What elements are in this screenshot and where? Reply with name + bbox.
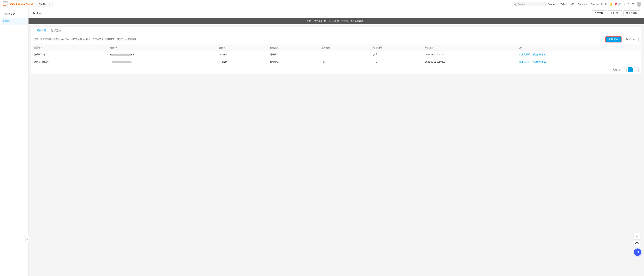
announcement-text: 公告：2021年3月18日起，人机验证产品统一更名为验证码。 xyxy=(307,20,366,22)
float-edit-btn[interactable]: ✏ xyxy=(634,233,640,239)
row2-custom-style-link[interactable]: 自定义样式 xyxy=(519,61,530,63)
row2-biz-type: PC xyxy=(319,58,371,66)
float-apps-btn[interactable]: ⊞ xyxy=(634,248,641,256)
workbench-label: Workbench xyxy=(39,3,50,5)
row1-custom-style-link[interactable]: 自定义样式 xyxy=(519,53,530,56)
add-config-button[interactable]: 新增配置 xyxy=(606,37,622,43)
nav-icon-group: ⊞ ✉ 🔔 1 🛒 ♡ ? xyxy=(600,3,630,6)
row2-config-name: 测试智能验证码 xyxy=(31,58,107,66)
row1-actions: 自定义样式 系统代码集成 xyxy=(516,51,641,58)
svg-rect-0 xyxy=(10,3,15,5)
tab-bar: 配置管理 数据监控 xyxy=(31,27,641,35)
nav-expenses[interactable]: Expenses xyxy=(548,3,557,5)
apps-icon: ⊞ xyxy=(636,250,639,254)
sidebar-menu: 验证码 xyxy=(0,18,28,25)
edit-icon: ✏ xyxy=(636,234,638,238)
row1-appkey-prefix: F xyxy=(110,53,111,56)
main-content: 验证码 产品功能 服务停用 购买资源包 公告：2021年3月18日起，人机验证产… xyxy=(28,9,644,276)
svg-point-3 xyxy=(638,3,640,5)
mail-icon[interactable]: ✉ xyxy=(605,3,607,6)
language-selector[interactable]: EN xyxy=(632,3,634,5)
col-appkey: appkey xyxy=(107,45,216,51)
row2-last-updated: 2022-06-21 00:44:08 xyxy=(422,58,516,66)
top-navigation: Alibaba Cloud ⌂ Workbench 🔍 Expenses Tic… xyxy=(0,0,644,9)
row1-config-name: 测试验证码 xyxy=(31,51,107,58)
pagination-prev[interactable]: ‹ xyxy=(622,67,626,72)
col-scene: scene xyxy=(216,45,267,51)
nav-links: Expenses Tickets ICP Enterprise Support xyxy=(548,3,598,5)
config-doc-button[interactable]: 配置文档 xyxy=(623,37,639,42)
col-actions: 操作 xyxy=(516,45,641,51)
row1-verify-method: 滑动验证 xyxy=(267,51,319,58)
svg-point-4 xyxy=(637,5,641,7)
nav-enterprise[interactable]: Enterprise xyxy=(578,3,588,5)
col-verify-method: 验证方式 xyxy=(267,45,319,51)
pagination-page-1[interactable]: 1 xyxy=(628,67,632,72)
breadcrumb-text: 云盾●验证码 xyxy=(3,13,15,15)
cart-icon[interactable]: 🛒 xyxy=(618,3,621,6)
sidebar-item-captcha[interactable]: 验证码 xyxy=(0,18,28,25)
col-biz-type: 业务类型 xyxy=(319,45,371,51)
page-title: 验证码 xyxy=(32,11,42,15)
chat-icon: 💬 xyxy=(635,242,639,245)
col-use-scene: 使用场景 xyxy=(371,45,422,51)
row2-appkey-prefix: FF xyxy=(110,61,112,63)
row2-verify-method: 智能验证 xyxy=(267,58,319,66)
announcement-bar: 公告：2021年3月18日起，人机验证产品统一更名为验证码。 xyxy=(28,18,644,24)
content-area: 配置管理 数据监控 提示：配置管理目前暂无法支持删除，若不再使用该条配置，代码中… xyxy=(31,27,641,74)
page-header: 验证码 产品功能 服务停用 购买资源包 xyxy=(28,9,644,18)
sidebar-breadcrumb: 云盾●验证码 xyxy=(0,11,28,18)
row1-appkey: F████████████BB xyxy=(107,51,216,58)
heart-icon[interactable]: ♡ xyxy=(624,3,626,6)
svg-rect-2 xyxy=(13,4,14,4)
home-icon: ⌂ xyxy=(37,3,38,6)
bell-icon[interactable]: 🔔 1 xyxy=(610,3,616,6)
row2-appkey: FF████████████B xyxy=(107,58,216,66)
user-avatar[interactable] xyxy=(636,2,641,7)
help-icon[interactable]: ? xyxy=(628,3,630,6)
workbench-tab[interactable]: ⌂ Workbench xyxy=(35,2,52,7)
row1-last-updated: 2022-06-20 23:47:37 xyxy=(422,51,516,58)
nav-support[interactable]: Support xyxy=(591,3,599,5)
sidebar: 云盾●验证码 验证码 ≡ xyxy=(0,9,28,276)
tab-data-monitoring[interactable]: 数据监控 xyxy=(49,27,64,35)
pagination-total: 共有2条 xyxy=(613,68,620,71)
tab-config-management[interactable]: 配置管理 xyxy=(34,27,49,35)
row2-scene: ic_other xyxy=(216,58,267,66)
search-input[interactable] xyxy=(518,3,541,5)
service-stop-button[interactable]: 服务停用 xyxy=(608,11,622,16)
header-actions: 产品功能 服务停用 购买资源包 xyxy=(592,11,640,16)
float-chat-btn[interactable]: 💬 xyxy=(634,241,640,247)
row1-code-integration-link[interactable]: 系统代码集成 xyxy=(533,53,546,56)
toolbar-hint: 提示：配置管理目前暂无法支持删除，若不再使用该条配置，代码中不进行调用即可，不影… xyxy=(34,38,138,41)
nav-tickets[interactable]: Tickets xyxy=(560,3,567,5)
row1-use-scene: 其它 xyxy=(371,51,422,58)
grid-icon[interactable]: ⊞ xyxy=(600,3,603,6)
buy-resources-button[interactable]: 购买资源包 xyxy=(623,11,640,16)
row2-actions: 自定义样式 系统代码集成 xyxy=(516,58,641,66)
float-actions: ✏ 💬 ⊞ xyxy=(634,233,641,256)
pagination: 共有2条 ‹ 1 › xyxy=(31,65,641,74)
sidebar-collapse-btn[interactable]: ≡ xyxy=(26,236,29,242)
table-header-row: 配置名称 appkey scene 验证方式 业务类型 使用场景 最后更新 操作 xyxy=(31,45,641,51)
row2-appkey-redacted: ████████████ xyxy=(112,61,131,63)
logo-text: Alibaba Cloud xyxy=(16,3,33,6)
config-table: 配置名称 appkey scene 验证方式 业务类型 使用场景 最后更新 操作… xyxy=(31,45,641,65)
toolbar-actions: 新增配置 配置文档 xyxy=(606,37,639,43)
nav-icp[interactable]: ICP xyxy=(571,3,574,5)
row2-code-integration-link[interactable]: 系统代码集成 xyxy=(533,61,546,63)
alibaba-cloud-logo: Alibaba Cloud xyxy=(10,2,33,7)
hamburger-menu[interactable] xyxy=(3,2,8,7)
row2-use-scene: 其它 xyxy=(371,58,422,66)
pagination-next[interactable]: › xyxy=(634,67,639,72)
col-last-updated: 最后更新 xyxy=(422,45,516,51)
row1-appkey-suffix: BB xyxy=(131,53,134,56)
collapse-icon: ≡ xyxy=(26,238,28,240)
notification-badge: 1 xyxy=(615,3,617,5)
product-features-button[interactable]: 产品功能 xyxy=(592,11,606,16)
table-row: 测试智能验证码 FF████████████B ic_other 智能验证 PC… xyxy=(31,58,641,66)
col-config-name: 配置名称 xyxy=(31,45,107,51)
table-row: 测试验证码 F████████████BB nc_other 滑动验证 PC 其… xyxy=(31,51,641,58)
row2-appkey-suffix: B xyxy=(131,61,132,63)
row1-biz-type: PC xyxy=(319,51,371,58)
